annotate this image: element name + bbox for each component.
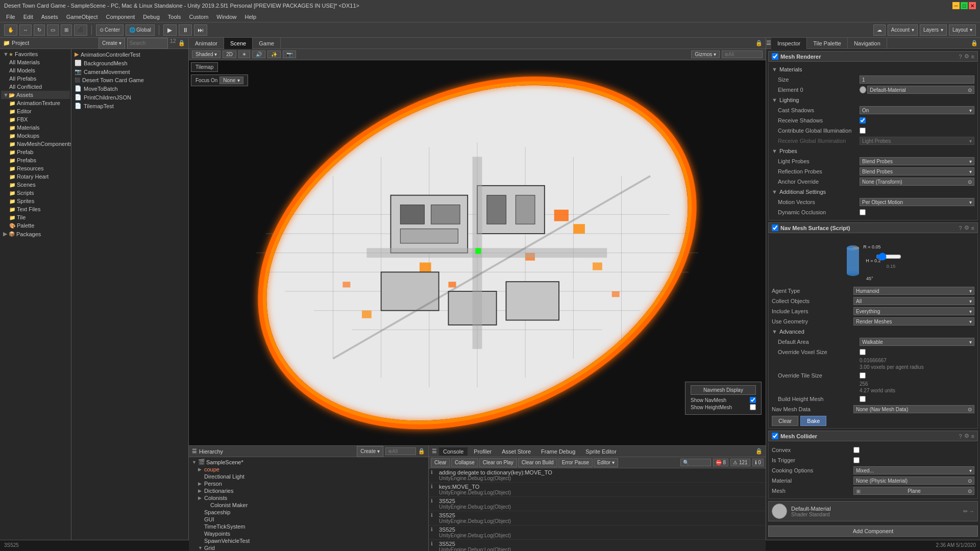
assets-palette[interactable]: 🎨Palette (1, 221, 70, 230)
console-search-input[interactable] (680, 459, 711, 466)
asset-cameramovement[interactable]: 📷CameraMovement (72, 67, 187, 76)
menu-tools[interactable]: Tools (164, 13, 185, 21)
pause-button[interactable]: ⏸ (179, 24, 192, 36)
cooking-options-dropdown[interactable]: Mixed... ▾ (853, 466, 974, 474)
element0-dropdown[interactable]: Default-Material ⊙ (867, 86, 974, 94)
hierarchy-item-dirlight[interactable]: Directional Light (190, 473, 427, 480)
show-heightmesh-checkbox[interactable] (750, 404, 756, 410)
assets-scenes[interactable]: 📁Scenes (1, 181, 70, 189)
assets-group[interactable]: ▼ 📂 Assets (1, 91, 70, 99)
tab-animator[interactable]: Animator (189, 38, 224, 49)
asset-backgroundmesh[interactable]: ⬜BackgroundMesh (72, 59, 187, 67)
console-clear-btn[interactable]: Clear (431, 458, 450, 467)
reflection-probes-dropdown[interactable]: Blend Probes ▾ (860, 167, 974, 176)
probes-section[interactable]: ▼ Probes (772, 146, 974, 156)
dynamic-occlusion-checkbox[interactable] (860, 209, 866, 215)
shading-dropdown[interactable]: Shaded ▾ (192, 51, 220, 58)
nav-mesh-menu-btn[interactable]: ≡ (971, 224, 974, 231)
nav-mesh-question-btn[interactable]: ? (959, 224, 962, 231)
menu-debug[interactable]: Debug (139, 13, 163, 21)
console-entry-0[interactable]: ℹ adding delegate to dictionary(key):MOV… (429, 468, 766, 483)
override-voxel-checkbox[interactable] (860, 349, 866, 355)
rotate-tool[interactable]: ↻ (34, 24, 45, 36)
menu-help[interactable]: Help (240, 13, 260, 21)
assets-navmesh[interactable]: 📁NavMeshComponents (1, 140, 70, 148)
materials-section[interactable]: ▼ Materials (772, 65, 974, 74)
nav-mesh-surface-header[interactable]: Nav Mesh Surface (Script) ? ⚙ ≡ (768, 222, 978, 233)
focuson-dropdown[interactable]: None ▾ (219, 77, 243, 84)
console-entry-4[interactable]: ℹ 3S525 UnityEngine.Debug:Log(Object) (429, 525, 766, 540)
mesh-collider-menu-btn[interactable]: ≡ (971, 433, 974, 439)
tab-inspector[interactable]: Inspector (771, 38, 807, 49)
build-height-mesh-checkbox[interactable] (860, 396, 866, 402)
project-search-input[interactable] (127, 38, 168, 49)
hierarchy-item-gui[interactable]: GUI (190, 516, 427, 523)
tab-profiler[interactable]: Profiler (470, 447, 496, 456)
material-dropdown[interactable]: None (Physic Material) ⊙ (853, 477, 974, 485)
assets-materials[interactable]: 📁Materials (1, 123, 70, 132)
assets-fbx[interactable]: 📁FBX (1, 115, 70, 123)
move-tool[interactable]: ↔ (19, 24, 32, 36)
close-button[interactable]: ✕ (969, 2, 976, 9)
lighting-section[interactable]: ▼ Lighting (772, 95, 974, 105)
advanced-section[interactable]: ▼ Advanced (772, 327, 974, 336)
console-editor-btn[interactable]: Editor ▾ (594, 458, 618, 467)
hand-tool[interactable]: ✋ (4, 24, 17, 36)
use-geometry-dropdown[interactable]: Render Meshes ▾ (853, 317, 974, 325)
cast-shadows-dropdown[interactable]: On ▾ (860, 106, 974, 114)
hierarchy-item-grid[interactable]: ▼ Grid (190, 544, 427, 551)
mesh-collider-question-btn[interactable]: ? (959, 433, 962, 439)
additional-section[interactable]: ▼ Additional Settings (772, 187, 974, 196)
menu-window[interactable]: Window (212, 13, 240, 21)
cloud-button[interactable]: ☁ (873, 24, 886, 36)
asset-tilemaptest[interactable]: 📄TilemapTest (72, 102, 187, 110)
console-entry-1[interactable]: ℹ keys:MOVE_TO UnityEngine.Debug:Log(Obj… (429, 483, 766, 497)
2d-toggle[interactable]: 2D (223, 51, 236, 58)
tab-console[interactable]: Console (439, 447, 468, 456)
convex-checkbox[interactable] (853, 447, 860, 453)
favorites-all-models[interactable]: All Models (1, 66, 70, 74)
favorites-group[interactable]: ▼ ★ Favorites (1, 50, 70, 58)
rect-tool[interactable]: ⊞ (61, 24, 72, 36)
hierarchy-item-dictionaries[interactable]: ▶ Dictionaries (190, 487, 427, 494)
assets-textfiles[interactable]: 📁Text Files (1, 205, 70, 213)
show-navmesh-checkbox[interactable] (750, 397, 756, 403)
favorites-all-prefabs[interactable]: All Prefabs (1, 74, 70, 83)
mesh-collider-gear-btn[interactable]: ⚙ (964, 433, 969, 439)
mesh-renderer-gear-btn[interactable]: ⚙ (964, 53, 969, 60)
assets-rotary[interactable]: 📁Rotary Heart (1, 172, 70, 181)
mesh-collider-enabled[interactable] (772, 433, 778, 439)
include-layers-dropdown[interactable]: Everything ▾ (853, 307, 974, 315)
default-area-dropdown[interactable]: Walkable ▾ (860, 338, 974, 346)
packages-group[interactable]: ▶ 📦 Packages (1, 230, 70, 238)
scene-lock-btn[interactable]: 🔒 (755, 40, 763, 46)
hierarchy-item-waypoints1[interactable]: Waypoints (190, 530, 427, 537)
mesh-renderer-question-btn[interactable]: ? (959, 53, 962, 60)
hierarchy-search-input[interactable] (385, 447, 416, 455)
console-error-pause-btn[interactable]: Error Pause (558, 458, 593, 467)
default-mat-edit-btn[interactable]: ✏ (963, 508, 968, 515)
menu-edit[interactable]: Edit (19, 13, 37, 21)
console-collapse-btn[interactable]: Collapse (451, 458, 478, 467)
transform-tool[interactable]: ⬛ (74, 24, 87, 36)
account-dropdown[interactable]: Account ▾ (888, 24, 918, 36)
assets-sprites[interactable]: 📁Sprites (1, 197, 70, 205)
gizmos-btn[interactable]: Gizmos ▾ (691, 51, 720, 58)
materials-size-input[interactable]: 1 (860, 76, 974, 84)
hierarchy-item-timeticksystem[interactable]: TimeTickSystem (190, 523, 427, 530)
asset-animcontroller[interactable]: ▶AnimationControllerTest (72, 50, 187, 59)
tab-scene[interactable]: Scene (224, 38, 253, 49)
audio-toggle[interactable]: 🔊 (252, 51, 265, 58)
mesh-renderer-header[interactable]: Mesh Renderer ? ⚙ ≡ (768, 51, 978, 62)
menu-file[interactable]: File (2, 13, 19, 21)
assets-editor[interactable]: 📁Editor (1, 107, 70, 115)
tab-game[interactable]: Game (253, 38, 281, 49)
layers-dropdown[interactable]: Layers ▾ (920, 24, 947, 36)
add-component-btn[interactable]: Add Component (768, 525, 978, 537)
assets-resources[interactable]: 📁Resources (1, 164, 70, 172)
assets-tile[interactable]: 📁Tile (1, 213, 70, 221)
receive-shadows-checkbox[interactable] (860, 117, 866, 123)
play-button[interactable]: ▶ (163, 24, 177, 36)
assets-scripts[interactable]: 📁Scripts (1, 189, 70, 197)
mesh-collider-header[interactable]: Mesh Collider ? ⚙ ≡ (768, 431, 978, 441)
